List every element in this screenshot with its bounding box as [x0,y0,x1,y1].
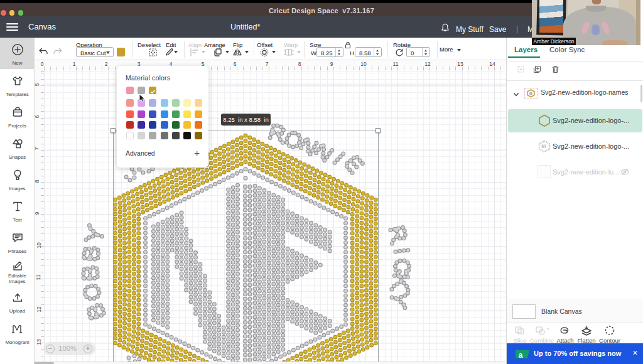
svg-text:a: a [519,351,523,360]
